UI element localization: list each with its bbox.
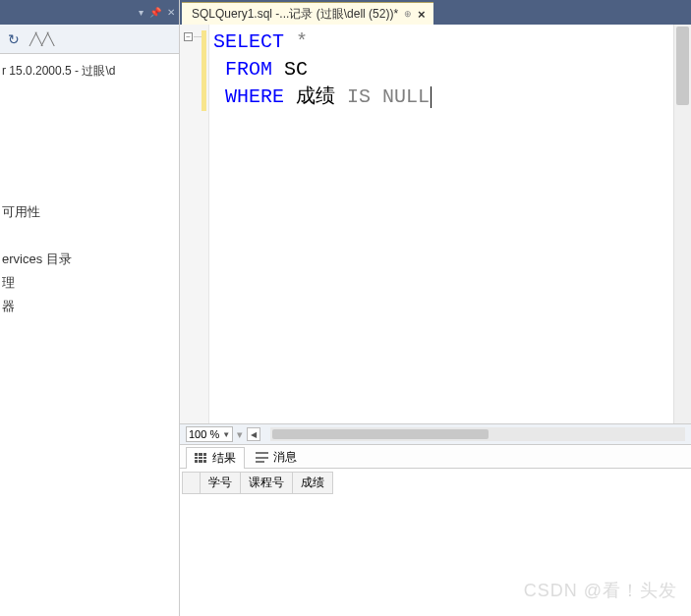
scroll-thumb[interactable] (272, 429, 489, 439)
editor-gutter: − (180, 25, 209, 423)
messages-icon (256, 452, 268, 463)
tab-title: SQLQuery1.sql -...记录 (过眼\dell (52))* (192, 6, 398, 23)
results-tab-label: 结果 (212, 450, 236, 467)
sql-editor[interactable]: SELECT * FROM SC WHERE 成绩 IS NULL (209, 25, 673, 423)
nav-prev-button[interactable]: ◀ (247, 427, 260, 441)
grid-corner[interactable] (183, 473, 201, 494)
close-icon[interactable]: ✕ (167, 7, 175, 18)
vertical-scrollbar[interactable] (673, 25, 691, 423)
horizontal-scrollbar[interactable] (270, 427, 685, 441)
messages-tab[interactable]: 消息 (247, 446, 306, 468)
grid-icon (195, 453, 207, 464)
messages-tab-label: 消息 (273, 449, 297, 466)
server-node[interactable]: r 15.0.2000.5 - 过眼\d (0, 60, 179, 83)
results-grid[interactable]: 学号 课程号 成绩 (182, 472, 333, 494)
tree-item[interactable]: 可用性 (0, 200, 179, 224)
panel-dropdown-icon[interactable]: ▾ (139, 7, 144, 18)
tab-close-icon[interactable]: × (418, 7, 426, 22)
column-header[interactable]: 成绩 (293, 473, 333, 494)
tree-item[interactable]: 器 (0, 295, 179, 318)
tree-item[interactable]: ervices 目录 (0, 248, 179, 271)
panel-titlebar: ▾ 📌 ✕ (0, 0, 179, 25)
zoom-dropdown[interactable]: 100 % ▼ (186, 426, 233, 442)
document-tab-strip: SQLQuery1.sql -...记录 (过眼\dell (52))* ⊕ × (180, 0, 691, 25)
column-header[interactable]: 学号 (201, 473, 241, 494)
scroll-thumb[interactable] (676, 27, 689, 105)
sql-editor-area: − SELECT * FROM SC WHERE 成绩 IS NULL (180, 25, 691, 423)
sql-keyword: WHERE (225, 85, 284, 108)
sql-identifier: 成绩 (284, 85, 347, 108)
tab-pin-icon[interactable]: ⊕ (404, 9, 412, 19)
object-explorer-panel: ▾ 📌 ✕ ↻ ╱╲╱╲ r 15.0.2000.5 - 过眼\d 可用性 er… (0, 0, 180, 616)
tree-item[interactable]: 理 (0, 271, 179, 295)
object-explorer-tree: r 15.0.2000.5 - 过眼\d 可用性 ervices 目录 理 器 (0, 54, 179, 318)
results-tab-strip: 结果 消息 (180, 445, 691, 469)
collapse-region-icon[interactable]: − (184, 32, 193, 41)
sql-operator: IS NULL (347, 85, 430, 108)
document-tab[interactable]: SQLQuery1.sql -...记录 (过眼\dell (52))* ⊕ × (182, 2, 433, 25)
sql-keyword: SELECT (213, 30, 284, 53)
zoom-level: 100 % (189, 428, 219, 440)
refresh-icon[interactable]: ↻ (8, 31, 20, 47)
results-grid-area: 学号 课程号 成绩 (180, 469, 691, 616)
dropdown-arrow-icon: ▼ (222, 430, 230, 439)
sql-operator: * (284, 30, 308, 53)
column-header[interactable]: 课程号 (241, 473, 293, 494)
text-caret (431, 86, 432, 108)
editor-status-bar: 100 % ▼ ▾ ◀ (180, 423, 691, 445)
results-tab[interactable]: 结果 (186, 447, 245, 469)
sql-identifier: SC (272, 58, 308, 81)
pin-icon[interactable]: 📌 (149, 7, 161, 18)
sql-keyword: FROM (225, 58, 272, 81)
activity-icon[interactable]: ╱╲╱╲ (29, 32, 53, 46)
panel-toolbar: ↻ ╱╲╱╲ (0, 25, 179, 54)
change-marker (202, 30, 206, 111)
